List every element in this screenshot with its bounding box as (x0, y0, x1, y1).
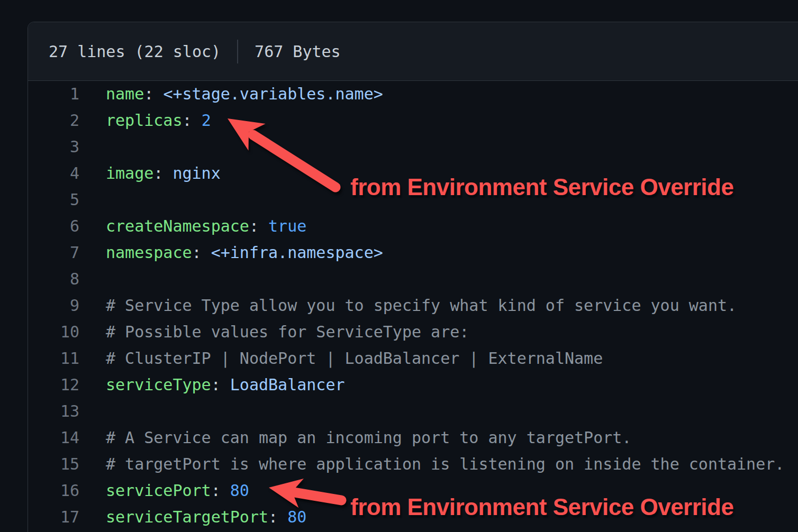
code-token-punct: : (211, 375, 230, 394)
code-token-key: servicePort (106, 481, 211, 500)
code-line: 3 (28, 134, 798, 160)
code-token-key: name (106, 85, 144, 103)
code-token-const: true (268, 217, 306, 235)
line-number[interactable]: 11 (28, 345, 79, 372)
code-token-str: <+infra.namespace> (211, 243, 383, 262)
code-blob: 1name: <+stage.variables.name>2replicas:… (28, 81, 798, 530)
code-line: 11# ClusterIP | NodePort | LoadBalancer … (28, 345, 798, 372)
code-line-content: servicePort: 80 (106, 478, 249, 504)
line-number[interactable]: 9 (28, 292, 79, 319)
annotation-text-2: from Environment Service Override (350, 496, 733, 519)
code-line: 15# targetPort is where application is l… (28, 451, 798, 478)
code-line: 8 (28, 266, 798, 292)
code-line-content: image: nginx (106, 160, 221, 187)
code-token-const: 80 (287, 508, 306, 526)
line-number[interactable]: 15 (28, 451, 79, 478)
code-token-punct: : (144, 85, 163, 103)
code-token-str: nginx (173, 164, 220, 182)
line-number[interactable]: 12 (28, 372, 79, 398)
code-line: 2replicas: 2 (28, 107, 798, 134)
line-number[interactable]: 4 (28, 160, 79, 187)
code-token-punct: : (153, 164, 173, 182)
code-line-content: serviceTargetPort: 80 (106, 504, 306, 530)
code-token-key: serviceTargetPort (106, 508, 268, 526)
code-token-comment: # Service Type allow you to specify what… (106, 296, 737, 315)
code-token-const: 2 (202, 111, 211, 130)
code-line: 13 (28, 398, 798, 425)
code-line-content: # A Service can map an incoming port to … (106, 425, 631, 451)
file-viewer-panel: 27 lines (22 sloc) 767 Bytes 1name: <+st… (28, 22, 798, 532)
line-number[interactable]: 13 (28, 398, 79, 425)
code-token-str: <+stage.variables.name> (163, 85, 383, 103)
code-token-key: serviceType (106, 375, 211, 394)
line-number[interactable]: 3 (28, 134, 79, 160)
line-number[interactable]: 16 (28, 478, 79, 504)
line-number[interactable]: 14 (28, 425, 79, 451)
code-line-content: replicas: 2 (106, 107, 211, 134)
line-number[interactable]: 5 (28, 187, 79, 213)
code-line-content: serviceType: LoadBalancer (106, 372, 345, 398)
code-line: 14# A Service can map an incoming port t… (28, 425, 798, 451)
file-size: 767 Bytes (255, 42, 341, 61)
code-token-punct: : (183, 111, 202, 130)
code-token-str: LoadBalancer (230, 375, 345, 394)
code-token-punct: : (192, 243, 211, 262)
code-token-comment: # ClusterIP | NodePort | LoadBalancer | … (106, 349, 603, 368)
line-number[interactable]: 10 (28, 319, 79, 345)
header-divider (237, 40, 238, 63)
code-line: 10# Possible values for ServiceType are: (28, 319, 798, 345)
code-token-comment: # targetPort is where application is lis… (106, 455, 784, 473)
page: { "header": { "lines_info": "27 lines (2… (0, 0, 798, 532)
file-header: 27 lines (22 sloc) 767 Bytes (28, 22, 798, 81)
code-token-punct: : (211, 481, 230, 500)
code-line: 6createNamespace: true (28, 213, 798, 240)
line-number[interactable]: 6 (28, 213, 79, 240)
code-token-key: createNamespace (106, 217, 249, 235)
code-line: 9# Service Type allow you to specify wha… (28, 292, 798, 319)
code-token-punct: : (268, 508, 287, 526)
file-lines-info: 27 lines (22 sloc) (49, 42, 221, 61)
code-line: 1name: <+stage.variables.name> (28, 81, 798, 107)
line-number[interactable]: 2 (28, 107, 79, 134)
code-token-punct: : (249, 217, 268, 235)
line-number[interactable]: 1 (28, 81, 79, 107)
code-token-comment: # Possible values for ServiceType are: (106, 323, 469, 341)
code-line: 7namespace: <+infra.namespace> (28, 240, 798, 266)
code-line-content: # Possible values for ServiceType are: (106, 319, 469, 345)
code-token-key: replicas (106, 111, 183, 130)
line-number[interactable]: 8 (28, 266, 79, 292)
line-number[interactable]: 17 (28, 504, 79, 530)
line-number[interactable]: 7 (28, 240, 79, 266)
code-token-const: 80 (230, 481, 249, 500)
code-line-content: namespace: <+infra.namespace> (106, 240, 383, 266)
code-line-content: name: <+stage.variables.name> (106, 81, 383, 107)
code-line-content: # ClusterIP | NodePort | LoadBalancer | … (106, 345, 603, 372)
code-token-key: namespace (106, 243, 192, 262)
annotation-text-1: from Environment Service Override (350, 176, 733, 199)
code-line-content: # targetPort is where application is lis… (106, 451, 784, 478)
code-token-comment: # A Service can map an incoming port to … (106, 428, 631, 447)
code-token-key: image (106, 164, 153, 182)
code-line-content: # Service Type allow you to specify what… (106, 292, 737, 319)
code-line-content: createNamespace: true (106, 213, 306, 240)
code-line: 12serviceType: LoadBalancer (28, 372, 798, 398)
